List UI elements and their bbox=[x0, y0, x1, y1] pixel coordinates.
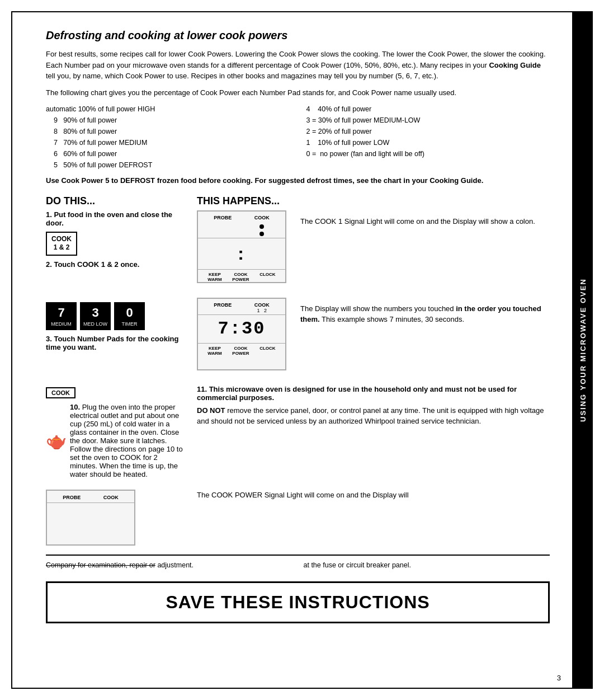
cook-label-4: COOK bbox=[103, 494, 119, 502]
chart-item: 7 70% of full power MEDIUM bbox=[46, 137, 290, 148]
section-title: Defrosting and cooking at lower cook pow… bbox=[46, 29, 550, 42]
chart-item: 1 10% of full power LOW bbox=[306, 137, 550, 148]
chart-item: 6 60% of full power bbox=[46, 148, 290, 159]
step-10-content: COOK 🫖 10. Plug the oven into the proper… bbox=[46, 385, 186, 478]
step-11-text: 11. This microwave oven is designed for … bbox=[197, 385, 550, 402]
cook-label-2: COOK bbox=[254, 302, 270, 308]
page-number: 3 bbox=[557, 674, 561, 682]
chart-item: 8 80% of full power bbox=[46, 126, 290, 137]
chart-item: 3 = 30% of full power MEDIUM-LOW bbox=[306, 115, 550, 126]
step-3-panel: PROBE COOK 1 2 7:30 KEEPWARM COOKPOWER C… bbox=[197, 298, 289, 374]
intro-paragraph-1: For best results, some recipes call for … bbox=[46, 49, 550, 82]
medium-label: MEDIUM bbox=[51, 321, 72, 327]
panel-top-4: PROBE COOK bbox=[47, 491, 134, 504]
num-pad-0[interactable]: 0 TIMER bbox=[114, 302, 145, 330]
num-0: 0 bbox=[126, 306, 133, 320]
num-pad-3[interactable]: 3 MED LOW bbox=[80, 302, 111, 330]
step-11-do-not-text: DO NOT remove the service panel, door, o… bbox=[197, 405, 550, 427]
microwave-display-4: PROBE COOK bbox=[46, 490, 135, 546]
step-10-11-block: COOK 🫖 10. Plug the oven into the proper… bbox=[46, 385, 550, 478]
probe-label-4: PROBE bbox=[63, 494, 81, 502]
cook-1-2-button[interactable]: COOK1 & 2 bbox=[46, 232, 77, 256]
signal-light-1 bbox=[259, 224, 264, 229]
panel-top-labels: PROBE COOK bbox=[198, 212, 285, 238]
chart-item: 0 = no power (fan and light will be off) bbox=[306, 148, 550, 159]
do-this-header: DO THIS... bbox=[46, 195, 95, 206]
save-instructions-banner: SAVE THESE INSTRUCTIONS bbox=[46, 581, 550, 623]
signal-dots bbox=[259, 220, 264, 237]
this-happens-header: THIS HAPPENS... bbox=[197, 195, 280, 206]
signal-light-2 bbox=[259, 232, 264, 236]
display-colon: : bbox=[198, 238, 285, 269]
step-1-panel: PROBE COOK : KEEPWARM bbox=[197, 210, 289, 286]
num-3: 3 bbox=[92, 306, 98, 320]
probe-label: PROBE bbox=[214, 215, 232, 237]
chart-item: 2 = 20% of full power bbox=[306, 126, 550, 137]
panel-top-labels-2: PROBE COOK 1 2 bbox=[198, 299, 285, 315]
chart-item: 5 50% of full power DEFROST bbox=[46, 159, 290, 171]
step-10-icon-text: 🫖 10. Plug the oven into the proper elec… bbox=[46, 403, 186, 478]
step-3-left: 7 MEDIUM 3 MED LOW 0 TIMER 3. Touch Numb… bbox=[46, 298, 186, 351]
probe-label-2: PROBE bbox=[214, 302, 232, 313]
microwave-display-2: PROBE COOK 1 2 7:30 KEEPWARM COOKPOWER C… bbox=[197, 298, 286, 370]
happens-1-text: The COOK 1 Signal Light will come on and… bbox=[300, 216, 550, 227]
step-11-block: 11. This microwave oven is designed for … bbox=[197, 385, 550, 427]
num-pad-7[interactable]: 7 MEDIUM bbox=[46, 302, 77, 330]
display-730: 7:30 bbox=[198, 315, 285, 343]
cook-power-signal-desc: The COOK POWER Signal Light will come on… bbox=[197, 490, 550, 501]
empty-display bbox=[47, 503, 134, 525]
chart-left-col: automatic 100% of full power HIGH 9 90% … bbox=[46, 104, 290, 171]
teapot-icon: 🫖 bbox=[46, 431, 67, 450]
microwave-display-1: PROBE COOK : KEEPWARM bbox=[197, 210, 286, 283]
step-2-text: 2. Touch COOK 1 & 2 once. bbox=[46, 260, 186, 269]
clock-label-2: CLOCK bbox=[259, 346, 275, 356]
clock-label: CLOCK bbox=[259, 272, 275, 282]
defrost-note: Use Cook Power 5 to DEFROST frozen food … bbox=[46, 175, 550, 186]
number-pad-row: 7 MEDIUM 3 MED LOW 0 TIMER bbox=[46, 302, 186, 330]
bottom-right-text: at the fuse or circuit breaker panel. bbox=[304, 560, 550, 571]
bottom-left-text: Company for examination, repair or adjus… bbox=[46, 560, 292, 571]
keep-warm-label-2: KEEPWARM bbox=[207, 346, 221, 356]
step-3-block: 7 MEDIUM 3 MED LOW 0 TIMER 3. Touch Numb… bbox=[46, 298, 550, 374]
cook-numbers: 1 2 bbox=[257, 308, 267, 313]
chart-item: automatic 100% of full power HIGH bbox=[46, 104, 290, 115]
keep-warm-label: KEEPWARM bbox=[207, 272, 221, 282]
cook-button-3[interactable]: COOK bbox=[46, 387, 76, 398]
cook-power-label-2: COOKPOWER bbox=[232, 346, 249, 356]
cook-signal-panel-wrapper: PROBE COOK bbox=[46, 490, 186, 549]
cook-power-signal-text: PROBE COOK The COOK POWER Signal Light w… bbox=[46, 490, 550, 549]
step-1-left: 1. Put food in the oven and close the do… bbox=[46, 210, 186, 269]
chart-right-col: 4 40% of full power 3 = 30% of full powe… bbox=[306, 104, 550, 171]
chart-item: 9 90% of full power bbox=[46, 115, 290, 126]
panel-bottom-2: KEEPWARM COOKPOWER CLOCK bbox=[198, 343, 285, 358]
step-3-happens-text: The Display will show the numbers you to… bbox=[300, 298, 550, 325]
cook-power-chart: automatic 100% of full power HIGH 9 90% … bbox=[46, 104, 550, 171]
sidebar-label: USING YOUR MICROWAVE OVEN bbox=[573, 11, 593, 689]
happens-3-text: The Display will show the numbers you to… bbox=[300, 303, 550, 325]
step-10-text: 10. Plug the oven into the proper electr… bbox=[70, 403, 186, 478]
panel-bottom-labels: KEEPWARM COOKPOWER CLOCK bbox=[198, 269, 285, 284]
cook-signal-row: PROBE COOK The COOK POWER Signal Light w… bbox=[46, 490, 550, 549]
fuse-text: at the fuse or circuit breaker panel. bbox=[304, 560, 550, 571]
column-headers: DO THIS... THIS HAPPENS... bbox=[46, 195, 550, 207]
step-1-block: 1. Put food in the oven and close the do… bbox=[46, 210, 550, 286]
timer-label: TIMER bbox=[122, 321, 138, 327]
cook-power-label: COOKPOWER bbox=[232, 272, 249, 282]
intro-paragraph-2: The following chart gives you the percen… bbox=[46, 87, 550, 98]
microwave-display-3-wrapper: COOK 🫖 10. Plug the oven into the proper… bbox=[46, 385, 186, 478]
cook-label: COOK bbox=[254, 215, 270, 220]
chart-item: 4 40% of full power bbox=[306, 104, 550, 115]
cook-power-signal-label: The COOK POWER Signal Light will come on… bbox=[197, 491, 409, 499]
medlow-label: MED LOW bbox=[83, 321, 107, 327]
company-text: Company for examination, repair or adjus… bbox=[46, 560, 292, 571]
step-1-happens-text: The COOK 1 Signal Light will come on and… bbox=[300, 210, 550, 227]
step-3-text: 3. Touch Number Pads for the cooking tim… bbox=[46, 335, 186, 351]
bottom-section: Company for examination, repair or adjus… bbox=[46, 555, 550, 571]
step-1-text: 1. Put food in the oven and close the do… bbox=[46, 210, 186, 227]
num-7: 7 bbox=[58, 306, 64, 320]
step-10-left: COOK 🫖 10. Plug the oven into the proper… bbox=[46, 385, 186, 478]
